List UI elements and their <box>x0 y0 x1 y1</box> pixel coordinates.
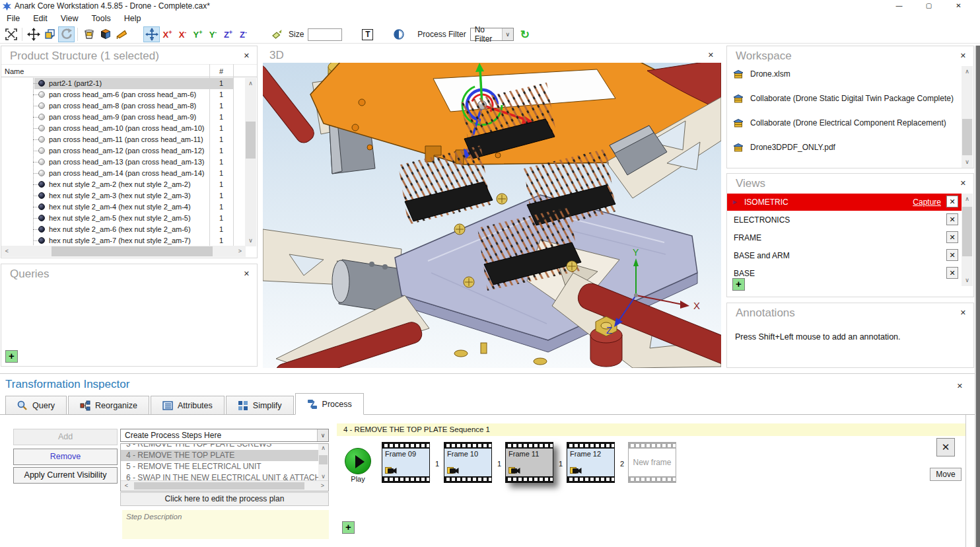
tab-reorganize[interactable]: Reorganize <box>68 396 149 415</box>
tree-vertical-scrollbar[interactable]: ∧ ∨ <box>245 78 256 246</box>
close-icon[interactable]: ✕ <box>960 179 966 188</box>
copy-layers-icon[interactable] <box>42 26 58 42</box>
x-minus-button[interactable]: X- <box>175 29 190 40</box>
tab-simplify[interactable]: Simplify <box>226 396 294 415</box>
tree-row[interactable]: pan cross head_am-6 (pan cross head_am-6… <box>1 89 246 100</box>
x-plus-button[interactable]: X+ <box>160 29 175 40</box>
window-edge-scrollbar[interactable] <box>975 46 980 547</box>
tree-row[interactable]: hex nut style 2_am-7 (hex nut style 2_am… <box>1 235 246 246</box>
move-tool-icon[interactable] <box>25 26 42 42</box>
tree-row[interactable]: pan cross head_am-9 (pan cross head_am-9… <box>1 112 246 123</box>
text-tool-icon[interactable]: T <box>359 26 376 42</box>
drone-3d-scene[interactable]: Y X Z <box>263 63 721 368</box>
z-plus-button[interactable]: Z+ <box>221 29 236 40</box>
menu-view[interactable]: View <box>54 13 85 24</box>
close-icon[interactable]: ✕ <box>708 51 714 59</box>
view-item-frame[interactable]: FRAME ✕ <box>727 229 962 246</box>
close-icon[interactable]: ✕ <box>960 52 966 60</box>
cube-icon[interactable] <box>97 26 114 42</box>
tree-row[interactable]: pan cross head_am-13 (pan cross head_am-… <box>1 157 246 168</box>
step-option[interactable]: 3 - REMOVE THE TOP PLATE SCREWS <box>121 444 318 450</box>
menu-file[interactable]: File <box>0 13 26 24</box>
step-option-selected[interactable]: 4 - REMOVE THE TOP PLATE <box>121 450 318 461</box>
views-scrollbar[interactable]: ∧ ∨ <box>962 194 973 286</box>
workspace-item[interactable]: Collaborate (Drone Electrical Component … <box>732 118 946 128</box>
frame-thumbnail-11-selected[interactable]: Frame 11 <box>505 442 553 483</box>
tab-process[interactable]: Process <box>295 393 364 415</box>
view-item-isometric[interactable]: ► ISOMETRIC Capture ✕ <box>727 194 962 211</box>
close-icon[interactable]: ✕ <box>957 382 963 390</box>
translate-manipulator-icon[interactable] <box>143 26 160 42</box>
close-icon[interactable]: ✕ <box>944 0 973 11</box>
tree-row[interactable]: pan cross head_am-10 (pan cross head_am-… <box>1 123 246 134</box>
add-view-button[interactable]: + <box>732 278 745 291</box>
close-icon[interactable]: ✕ <box>244 52 250 60</box>
steps-horizontal-scrollbar[interactable]: < > <box>121 480 328 491</box>
frame-thumbnail-10[interactable]: Frame 10 <box>444 442 492 483</box>
delete-view-icon[interactable]: ✕ <box>946 267 958 279</box>
workspace-item[interactable]: Collaborate (Drone Static Digital Twin P… <box>732 93 954 104</box>
tab-attributes[interactable]: Attributes <box>151 396 225 415</box>
tree-row[interactable]: pan cross head_am-12 (pan cross head_am-… <box>1 145 246 157</box>
y-plus-button[interactable]: Y+ <box>190 29 205 40</box>
workspace-scrollbar[interactable]: ∧ ∨ <box>962 66 973 168</box>
minimize-icon[interactable]: — <box>884 0 914 11</box>
refresh-icon[interactable]: ↻ <box>520 28 530 42</box>
frame-thumbnail-12[interactable]: Frame 12 <box>567 442 615 483</box>
step-description-field[interactable]: Step Description <box>122 510 329 539</box>
contrast-icon[interactable] <box>390 26 407 42</box>
menu-help[interactable]: Help <box>118 13 148 24</box>
tab-query[interactable]: Query <box>5 396 67 415</box>
view-item-electronics[interactable]: ELECTRONICS ✕ <box>727 211 962 229</box>
process-steps-combo[interactable]: Create Process Steps Here ∨ <box>120 429 329 442</box>
tree-row[interactable]: hex nut style 2_am-5 (hex nut style 2_am… <box>1 213 246 224</box>
add-button[interactable]: Add <box>13 429 118 445</box>
chevron-down-icon[interactable]: ∨ <box>317 429 328 441</box>
add-query-button[interactable]: + <box>5 350 18 363</box>
tree-row[interactable]: pan cross head_am-14 (pan cross head_am-… <box>1 168 246 179</box>
view-item-base-and-arm[interactable]: BASE and ARM ✕ <box>727 247 962 264</box>
tree-row[interactable]: pan cross head_am-8 (pan cross head_am-8… <box>1 100 246 112</box>
add-step-button[interactable]: + <box>342 521 355 534</box>
capture-link[interactable]: Capture <box>913 198 941 207</box>
remove-button[interactable]: Remove <box>13 449 118 465</box>
size-input[interactable] <box>308 28 342 41</box>
tree-row[interactable]: hex nut style 2_am-4 (hex nut style 2_am… <box>1 201 246 213</box>
step-option[interactable]: 5 - REMOVE THE ELECTRICAL UNIT <box>121 461 318 472</box>
apply-visibility-button[interactable]: Apply Current Visibility <box>13 467 118 484</box>
frame-thumbnail-09[interactable]: Frame 09 <box>382 442 430 483</box>
delete-view-icon[interactable]: ✕ <box>946 196 958 207</box>
pour-size-icon[interactable] <box>268 26 285 42</box>
workspace-item[interactable]: Drone3DPDF_ONLY.pdf <box>732 142 835 153</box>
tree-row[interactable]: part2-1 (part2-1)1 <box>1 78 246 89</box>
rotate-tool-icon[interactable] <box>58 26 75 42</box>
steps-vertical-scrollbar[interactable]: ∧ ∨ <box>318 444 328 481</box>
menu-tools[interactable]: Tools <box>85 13 118 24</box>
delete-frame-button[interactable]: ✕ <box>936 438 955 456</box>
edit-process-plan-button[interactable]: Click here to edit the process plan <box>120 492 329 506</box>
bucket-icon[interactable] <box>81 26 97 42</box>
close-icon[interactable]: ✕ <box>960 309 966 317</box>
delete-view-icon[interactable]: ✕ <box>946 231 958 243</box>
close-icon[interactable]: ✕ <box>244 270 250 278</box>
flag-icon[interactable] <box>114 26 130 42</box>
move-button[interactable]: Move <box>930 468 962 481</box>
y-minus-button[interactable]: Y- <box>205 29 221 40</box>
process-filter-select[interactable]: No Filter ∨ <box>470 28 514 41</box>
delete-view-icon[interactable]: ✕ <box>946 213 958 225</box>
tree-row[interactable]: hex nut style 2_am-2 (hex nut style 2_am… <box>1 179 246 190</box>
chevron-down-icon[interactable]: ∨ <box>502 28 513 40</box>
tree-row[interactable]: hex nut style 2_am-6 (hex nut style 2_am… <box>1 224 246 235</box>
tree-horizontal-scrollbar[interactable]: < > <box>1 246 246 257</box>
view-item-base[interactable]: BASE ✕ <box>727 265 962 282</box>
new-frame-button[interactable]: New frame <box>628 442 676 483</box>
play-button[interactable] <box>345 448 371 474</box>
z-minus-button[interactable]: Z- <box>236 29 251 40</box>
delete-view-icon[interactable]: ✕ <box>946 249 958 261</box>
menu-edit[interactable]: Edit <box>26 13 54 24</box>
tree-row[interactable]: hex nut style 2_am-3 (hex nut style 2_am… <box>1 190 246 201</box>
workspace-item[interactable]: Drone.xlsm <box>732 69 790 79</box>
maximize-icon[interactable]: ▢ <box>914 0 944 11</box>
fit-view-icon[interactable] <box>3 26 19 42</box>
tree-row[interactable]: pan cross head_am-11 (pan cross head_am-… <box>1 134 246 145</box>
